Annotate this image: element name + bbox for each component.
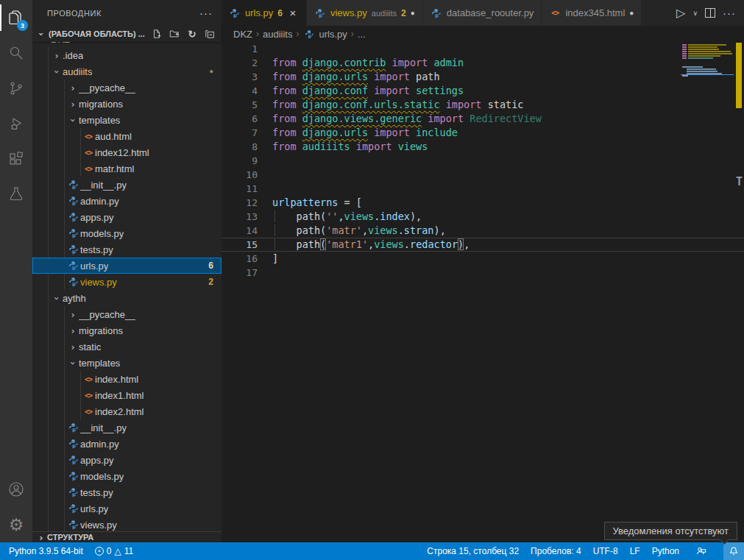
tree-item-__init__.py[interactable]: __init__.py bbox=[32, 419, 222, 436]
tree-item-aythh[interactable]: ›aythh bbox=[32, 290, 222, 306]
code-line-5[interactable]: 5from django.conf.urls.static import sta… bbox=[222, 98, 744, 112]
tree-item-migrations[interactable]: ›migrations bbox=[32, 96, 222, 112]
tree-item-templates[interactable]: ›templates bbox=[32, 112, 222, 128]
status-indentation[interactable]: Пробелов: 4 bbox=[531, 546, 581, 556]
chevron-right-icon: › bbox=[67, 309, 79, 320]
tab-urls.py[interactable]: urls.py6× bbox=[222, 0, 307, 26]
tree-item-apps.py[interactable]: apps.py bbox=[32, 452, 222, 468]
tab-database_roouter.py[interactable]: database_roouter.py bbox=[423, 0, 542, 26]
breadcrumb-item-DKZ[interactable]: DKZ bbox=[233, 29, 252, 40]
outline-section-header[interactable]: › СТРУКТУРА bbox=[32, 531, 222, 542]
tree-item-tests.py[interactable]: tests.py bbox=[32, 241, 222, 258]
python-file-icon bbox=[67, 455, 80, 465]
feedback-button[interactable] bbox=[691, 542, 712, 560]
activity-extensions-button[interactable] bbox=[0, 141, 32, 177]
tree-item-views.py[interactable]: views.py2 bbox=[32, 274, 222, 290]
tree-item-label: migrations bbox=[79, 325, 123, 336]
breadcrumb-item-urls.py[interactable]: urls.py bbox=[302, 29, 347, 40]
activity-account-button[interactable] bbox=[0, 472, 32, 507]
overview-ruler-scrollbar[interactable] bbox=[734, 42, 744, 542]
workspace-section-header[interactable]: › (РАБОЧАЯ ОБЛАСТЬ) ... ↻ bbox=[32, 26, 222, 42]
code-editor[interactable]: 12from django.contrib import admin3from … bbox=[222, 42, 744, 542]
tree-item-__init__.py[interactable]: __init__.py bbox=[32, 177, 222, 193]
tab-views.py[interactable]: views.pyaudiiits2● bbox=[307, 0, 423, 26]
tab-index345.html[interactable]: <>index345.html● bbox=[542, 0, 642, 26]
code-line-6[interactable]: 6from django.views.generic import Redire… bbox=[222, 112, 744, 126]
code-line-8[interactable]: 8from audiiits import views bbox=[222, 140, 744, 154]
code-line-1[interactable]: 1 bbox=[222, 42, 744, 56]
chevron-down-icon: › bbox=[68, 357, 79, 369]
activity-testing-button[interactable] bbox=[0, 177, 32, 212]
activity-search-button[interactable] bbox=[0, 35, 32, 71]
code-line-17[interactable]: 17 bbox=[222, 266, 744, 280]
breadcrumb-item-...[interactable]: ... bbox=[358, 29, 366, 40]
tree-item-migrations[interactable]: ›migrations bbox=[32, 322, 222, 339]
tree-item-index12.html[interactable]: <>index12.html bbox=[32, 144, 222, 160]
code-lines: 12from django.contrib import admin3from … bbox=[222, 42, 744, 280]
tree-item-urls.py[interactable]: urls.py bbox=[32, 500, 222, 517]
status-encoding[interactable]: UTF-8 bbox=[593, 546, 618, 556]
code-line-16[interactable]: 16] bbox=[222, 252, 744, 266]
chevron-down-icon: › bbox=[68, 114, 79, 126]
status-cursor-position[interactable]: Строка 15, столбец 32 bbox=[427, 546, 519, 556]
code-line-15[interactable]: 15 path('matr1',views.redactor), bbox=[222, 238, 744, 252]
python-file-icon bbox=[431, 8, 442, 18]
code-line-9[interactable]: 9 bbox=[222, 154, 744, 168]
tree-item-admin.py[interactable]: admin.py bbox=[32, 436, 222, 452]
activity-settings-button[interactable]: ⚙ bbox=[0, 507, 32, 542]
close-tab-icon[interactable]: × bbox=[287, 7, 299, 19]
tree-item-templates[interactable]: ›templates bbox=[32, 355, 222, 371]
collapse-all-button[interactable] bbox=[204, 28, 216, 40]
tree-item-__pycache__[interactable]: ›__pycache__ bbox=[32, 306, 222, 322]
chevron-down-icon: › bbox=[40, 42, 51, 45]
notifications-bell-button[interactable] bbox=[723, 542, 744, 560]
code-line-11[interactable]: 11 bbox=[222, 182, 744, 196]
tree-item-matr.html[interactable]: <>matr.html bbox=[32, 160, 222, 177]
tree-item-DKZ[interactable]: ›DKZ● bbox=[32, 42, 222, 47]
code-line-3[interactable]: 3from django.urls import path bbox=[222, 70, 744, 84]
tree-item-urls.py[interactable]: urls.py6 bbox=[32, 258, 222, 274]
run-python-file-button[interactable]: ▷ bbox=[674, 4, 687, 22]
code-line-7[interactable]: 7from django.urls import include bbox=[222, 126, 744, 140]
tree-item-label: index.html bbox=[95, 374, 138, 385]
tree-item-index.html[interactable]: <>index.html bbox=[32, 371, 222, 387]
code-line-4[interactable]: 4from django.conf import settings bbox=[222, 84, 744, 98]
tree-item-__pycache__[interactable]: ›__pycache__ bbox=[32, 79, 222, 96]
status-language-mode[interactable]: Python bbox=[652, 546, 679, 556]
activity-source-control-button[interactable] bbox=[0, 71, 32, 106]
code-line-content: from django.urls import path bbox=[258, 70, 440, 84]
notifications-tooltip-text: Уведомления отсутствуют bbox=[613, 525, 729, 536]
tree-item-models.py[interactable]: models.py bbox=[32, 468, 222, 484]
new-file-button[interactable] bbox=[151, 28, 163, 40]
breadcrumb-item-audiiits[interactable]: audiiits bbox=[263, 29, 292, 40]
tab-label: index345.html bbox=[565, 7, 625, 18]
tree-item-index1.html[interactable]: <>index1.html bbox=[32, 387, 222, 403]
split-editor-button[interactable] bbox=[703, 4, 718, 22]
tree-item-.idea[interactable]: ›.idea bbox=[32, 47, 222, 63]
tree-item-models.py[interactable]: models.py bbox=[32, 225, 222, 241]
run-dropdown-chevron-icon[interactable]: ∨ bbox=[690, 4, 700, 22]
new-folder-button[interactable] bbox=[169, 28, 180, 40]
tree-item-tests.py[interactable]: tests.py bbox=[32, 484, 222, 500]
status-problems[interactable]: ×0△11 bbox=[95, 546, 133, 556]
status-python-interpreter[interactable]: Python 3.9.5 64-bit bbox=[9, 546, 83, 556]
tree-item-index2.html[interactable]: <>index2.html bbox=[32, 403, 222, 419]
tree-item-static[interactable]: ›static bbox=[32, 339, 222, 355]
sidebar-more-actions-button[interactable]: ··· bbox=[199, 7, 213, 19]
refresh-explorer-button[interactable]: ↻ bbox=[186, 28, 198, 40]
code-line-10[interactable]: 10 bbox=[222, 168, 744, 182]
tree-item-views.py[interactable]: views.py bbox=[32, 517, 222, 531]
activity-explorer-button[interactable]: 3 bbox=[0, 0, 32, 35]
minimap[interactable] bbox=[681, 42, 734, 542]
activity-run-debug-button[interactable] bbox=[0, 106, 32, 141]
more-editor-actions-button[interactable]: ··· bbox=[720, 4, 738, 22]
tree-item-aud.html[interactable]: <>aud.html bbox=[32, 128, 222, 144]
tree-item-audiiits[interactable]: ›audiiits● bbox=[32, 63, 222, 79]
code-line-14[interactable]: 14 path('matr',views.stran), bbox=[222, 224, 744, 238]
tree-item-admin.py[interactable]: admin.py bbox=[32, 193, 222, 209]
code-line-2[interactable]: 2from django.contrib import admin bbox=[222, 56, 744, 70]
status-eol[interactable]: LF bbox=[630, 546, 640, 556]
code-line-12[interactable]: 12urlpatterns = [ bbox=[222, 196, 744, 210]
tree-item-apps.py[interactable]: apps.py bbox=[32, 209, 222, 225]
code-line-13[interactable]: 13 path('',views.index), bbox=[222, 210, 744, 224]
